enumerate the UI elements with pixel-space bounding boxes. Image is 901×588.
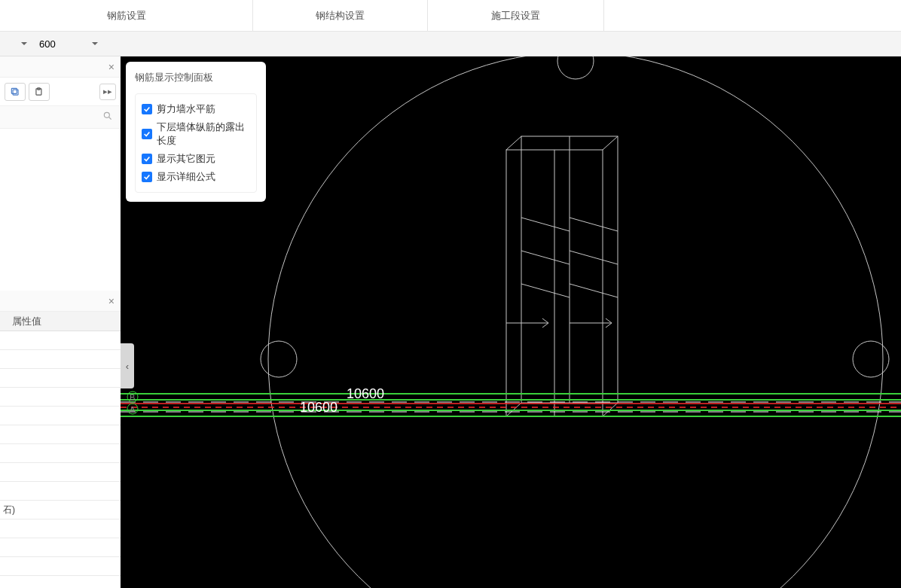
checkbox-label: 显示详细公式 (157, 170, 215, 184)
props-table: 石) (0, 331, 121, 576)
tab-rebar-settings[interactable]: 钢筋设置 (0, 0, 253, 31)
svg-line-23 (570, 284, 618, 297)
chevron-down-icon (92, 42, 98, 45)
svg-line-13 (603, 136, 618, 150)
svg-line-19 (570, 218, 618, 231)
checkbox-checked-icon (142, 104, 152, 114)
top-tabs-bar: 钢筋设置 钢结构设置 施工段设置 (0, 0, 901, 32)
table-row[interactable] (0, 388, 121, 407)
svg-line-29 (606, 323, 612, 328)
table-row[interactable]: 石) (0, 501, 121, 519)
checkbox-label: 下层墙体纵筋的露出长度 (157, 120, 250, 148)
dropdown-length-value: 600 (39, 38, 56, 50)
close-icon[interactable]: × (108, 295, 115, 307)
checkbox-shear-wall-horizontal[interactable]: 剪力墙水平筋 (142, 100, 250, 118)
table-row[interactable] (0, 557, 121, 576)
chevron-down-icon (21, 42, 27, 45)
svg-line-28 (606, 318, 612, 323)
svg-line-22 (521, 284, 570, 297)
svg-text:B: B (130, 393, 135, 402)
svg-line-20 (521, 251, 570, 264)
tab-construction-section-settings[interactable]: 施工段设置 (428, 0, 604, 31)
paste-icon-button[interactable] (29, 83, 50, 101)
svg-rect-1 (11, 88, 17, 93)
svg-point-9 (853, 341, 889, 377)
svg-point-7 (557, 56, 594, 79)
table-row[interactable] (0, 538, 121, 557)
collapse-handle[interactable]: ‹ (121, 343, 134, 388)
checkbox-checked-icon (142, 129, 152, 139)
svg-line-25 (542, 318, 548, 323)
table-row[interactable] (0, 407, 121, 425)
control-panel-title: 钢筋显示控制面板 (135, 71, 257, 84)
panel-toolbar: ▸▸ (0, 78, 121, 106)
close-icon[interactable]: × (108, 61, 115, 73)
copy-icon-button[interactable] (5, 83, 26, 101)
table-row[interactable] (0, 519, 121, 538)
checkbox-show-other-elements[interactable]: 显示其它图元 (142, 150, 250, 168)
panel-search-row (0, 106, 121, 129)
search-icon[interactable] (102, 111, 113, 123)
svg-point-4 (104, 112, 109, 117)
table-row[interactable] (0, 425, 121, 444)
tab-steel-structure-settings[interactable]: 钢结构设置 (253, 0, 428, 31)
panel-header-top: × (0, 56, 121, 78)
dropdown-small[interactable] (5, 35, 30, 53)
table-row[interactable] (0, 463, 121, 482)
table-row[interactable] (0, 482, 121, 501)
checkbox-label: 剪力墙水平筋 (157, 102, 215, 116)
svg-line-18 (521, 218, 570, 231)
svg-text:A: A (130, 405, 136, 414)
checkbox-show-detail-formula[interactable]: 显示详细公式 (142, 168, 250, 186)
rebar-display-control-panel: 钢筋显示控制面板 剪力墙水平筋 下层墙体纵筋的露出长度 显示其它图元 显示详细公… (126, 62, 266, 202)
left-sidebar: × ▸▸ × 属性值 石) (0, 56, 121, 588)
checkbox-checked-icon (142, 154, 152, 164)
checkbox-checked-icon (142, 172, 152, 182)
chevron-left-icon: ‹ (126, 361, 129, 372)
dimension-text-upper: 10600 (347, 386, 384, 401)
dropdown-length[interactable]: 600 (35, 35, 102, 53)
dimension-text-lower: 10600 (300, 400, 337, 415)
table-row[interactable] (0, 350, 121, 369)
props-panel-header: × (0, 291, 121, 312)
props-column-header: 属性值 (0, 312, 121, 331)
checkbox-lower-wall-vertical-exposed[interactable]: 下层墙体纵筋的露出长度 (142, 118, 250, 150)
svg-line-5 (109, 117, 111, 120)
checkbox-list: 剪力墙水平筋 下层墙体纵筋的露出长度 显示其它图元 显示详细公式 (135, 93, 257, 193)
table-row[interactable] (0, 331, 121, 350)
svg-line-21 (570, 251, 618, 264)
svg-point-8 (261, 341, 297, 377)
more-button[interactable]: ▸▸ (99, 84, 116, 100)
checkbox-label: 显示其它图元 (157, 152, 215, 166)
table-row[interactable] (0, 444, 121, 463)
svg-line-26 (542, 323, 548, 328)
secondary-toolbar: 600 (0, 32, 901, 56)
svg-line-12 (506, 136, 521, 150)
svg-rect-0 (13, 90, 18, 95)
table-row[interactable] (0, 369, 121, 388)
